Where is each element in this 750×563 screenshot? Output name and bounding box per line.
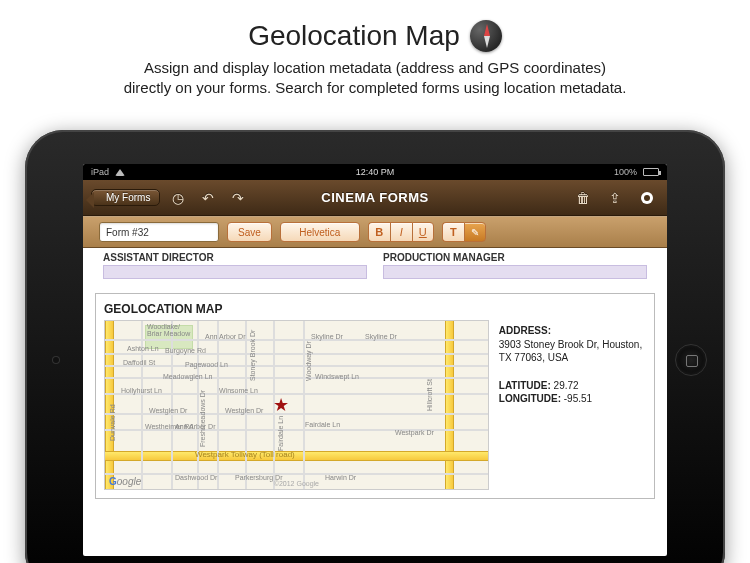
back-button[interactable]: My Forms — [91, 189, 160, 206]
ipad-frame: iPad 12:40 PM 100% My Forms ◷ ↶ ↷ CINEMA… — [25, 130, 725, 563]
map[interactable]: Woodlake/ Briar Meadow Ann Arbor Dr Burg… — [104, 320, 489, 490]
text-style-group: B I U — [368, 222, 434, 242]
map-label-harwin: Harwin Dr — [325, 474, 356, 481]
app-title: CINEMA FORMS — [321, 190, 428, 205]
address-label: ADDRESS: — [499, 324, 646, 338]
map-label-westglen: Westglen Dr — [149, 407, 187, 414]
map-label-westpark: Westpark Dr — [395, 429, 434, 436]
map-label-hollyhurst: Hollyhurst Ln — [121, 387, 162, 394]
map-label-ashton: Ashton Ln — [127, 345, 159, 352]
tool-mode-group: T ✎ — [442, 222, 486, 242]
map-label-hillcroft: Hillcroft St — [426, 379, 433, 411]
geolocation-meta: ADDRESS: 3903 Stoney Brook Dr, Houston, … — [499, 320, 646, 490]
map-label-fairdale: Fairdale Ln — [305, 421, 340, 428]
ipad-camera — [53, 357, 59, 363]
bold-button[interactable]: B — [368, 222, 390, 242]
map-label-pagewood: Pagewood Ln — [185, 361, 228, 368]
save-button[interactable]: Save — [227, 222, 272, 242]
map-label-westheimer: Westheimer Rd — [145, 423, 193, 430]
role-assistant-field[interactable] — [103, 265, 367, 279]
map-label-fresh: Freshmeadows Dr — [199, 390, 206, 447]
trash-icon[interactable]: 🗑 — [571, 187, 595, 209]
map-label-westglen2: Westglen Dr — [225, 407, 263, 414]
map-label-fairdale-v: Fairdale Ln — [277, 416, 284, 451]
redo-icon[interactable]: ↷ — [226, 187, 250, 209]
geolocation-title: GEOLOCATION MAP — [104, 302, 646, 316]
map-label-stoney: Stoney Brook Dr — [249, 330, 256, 381]
map-label-meadowglen: Meadowglen Ln — [163, 373, 212, 380]
map-label-tollway: Westpark Tollway (Toll road) — [195, 450, 295, 459]
role-production-field[interactable] — [383, 265, 647, 279]
text-tool-button[interactable]: T — [442, 222, 464, 242]
form-body: ASSISTANT DIRECTOR PRODUCTION MANAGER GE… — [83, 248, 667, 499]
app-nav-bar: My Forms ◷ ↶ ↷ CINEMA FORMS 🗑 ⇪ — [83, 180, 667, 216]
road-westpark-toll — [105, 451, 488, 461]
geolocation-card: GEOLOCATION MAP — [95, 293, 655, 499]
italic-button[interactable]: I — [390, 222, 412, 242]
map-label-annarbor: Ann Arbor Dr — [205, 333, 245, 340]
map-copyright: ©2012 Google — [274, 480, 319, 487]
map-label-burgoyne: Burgoyne Rd — [165, 347, 206, 354]
map-google-logo: GGoogleoogle — [109, 476, 141, 487]
status-bar: iPad 12:40 PM 100% — [83, 164, 667, 180]
promo-subtitle: Assign and display location metadata (ad… — [0, 58, 750, 99]
battery-percent: 100% — [614, 167, 637, 177]
map-label-woodlake: Woodlake/ Briar Meadow — [147, 323, 190, 337]
map-label-skyline2: Skyline Dr — [365, 333, 397, 340]
home-button[interactable] — [675, 344, 707, 376]
map-label-winsome: Winsome Ln — [219, 387, 258, 394]
ipad-screen: iPad 12:40 PM 100% My Forms ◷ ↶ ↷ CINEMA… — [83, 164, 667, 556]
location-pin-icon[interactable] — [635, 187, 659, 209]
underline-button[interactable]: U — [412, 222, 434, 242]
status-time: 12:40 PM — [356, 167, 395, 177]
map-label-dashwood: Dashwood Dr — [175, 474, 217, 481]
share-icon[interactable]: ⇪ — [603, 187, 627, 209]
undo-icon[interactable]: ↶ — [196, 187, 220, 209]
role-assistant-label: ASSISTANT DIRECTOR — [103, 252, 214, 263]
battery-icon — [643, 168, 659, 176]
map-label-windswept: Windswept Ln — [315, 373, 359, 380]
font-select[interactable]: Helvetica — [280, 222, 360, 242]
latitude-row: LATITUDE: 29.72 — [499, 379, 646, 393]
history-icon[interactable]: ◷ — [166, 187, 190, 209]
map-label-woodway: Woodway Dr — [305, 341, 312, 381]
map-label-dunvale: Dunvale Rd — [109, 404, 116, 441]
device-label: iPad — [91, 167, 109, 177]
role-row: ASSISTANT DIRECTOR PRODUCTION MANAGER — [95, 248, 655, 283]
map-label-daffodil: Daffodil St — [123, 359, 155, 366]
editor-toolbar: Save Helvetica B I U T ✎ — [83, 216, 667, 248]
promo-title: Geolocation Map — [248, 20, 460, 52]
promo-header: Geolocation Map Assign and display locat… — [0, 0, 750, 99]
wifi-icon — [115, 169, 125, 176]
map-label-skyline: Skyline Dr — [311, 333, 343, 340]
longitude-row: LONGITUDE: -95.51 — [499, 392, 646, 406]
form-name-input[interactable] — [99, 222, 219, 242]
role-production-label: PRODUCTION MANAGER — [383, 252, 505, 263]
compass-icon — [470, 20, 502, 52]
road-hillcroft — [445, 321, 454, 489]
address-value: 3903 Stoney Brook Dr, Houston, TX 77063,… — [499, 338, 646, 365]
draw-tool-button[interactable]: ✎ — [464, 222, 486, 242]
